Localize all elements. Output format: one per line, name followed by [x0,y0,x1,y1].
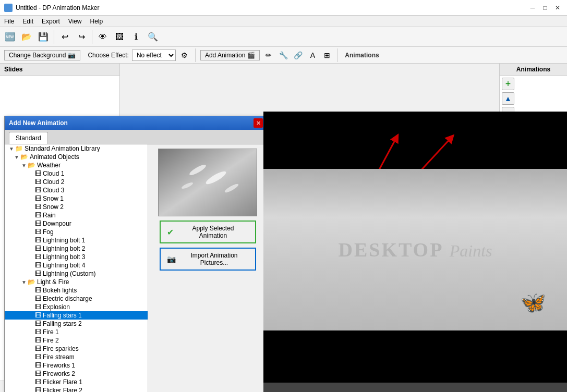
dialog-title: Add New Animation [9,119,68,127]
tree-falling-stars-1[interactable]: 🎞Falling stars 1 [5,311,148,320]
root-expand-icon[interactable]: ▼ [8,146,15,152]
search-button[interactable]: 🔍 [145,29,161,45]
tree-lightning-1[interactable]: 🎞Lightning bolt 1 [5,236,148,244]
tree-fog[interactable]: 🎞Fog [5,228,148,236]
delete-anim-button[interactable]: ✕ [502,121,514,134]
fire-stream-icon: 🎞 [35,353,41,361]
snow1-icon: 🎞 [35,195,41,202]
animated-objects-folder-icon: 📂 [20,153,28,161]
electric-icon: 🎞 [35,295,41,302]
tree-falling-stars-2[interactable]: 🎞Falling stars 2 [5,320,148,328]
animated-objects-expand-icon[interactable]: ▼ [13,154,20,160]
dialog-content: ▼ 📁 Standard Animation Library ▼ 📂 Anima… [5,144,267,392]
tree-root[interactable]: ▼ 📁 Standard Animation Library [5,144,148,153]
tree-electric[interactable]: 🎞Electric discharge [5,295,148,303]
open-button[interactable]: 📂 [19,29,34,45]
fire1-icon: 🎞 [35,328,41,336]
title-bar: Untitled - DP Animation Maker ─ □ ✕ [0,0,567,16]
close-button[interactable]: ✕ [552,3,563,13]
save-button[interactable]: 💾 [35,29,51,45]
flicker-flare2-icon: 🎞 [35,387,41,392]
tree-fire-2[interactable]: 🎞Fire 2 [5,336,148,345]
minimize-button[interactable]: ─ [527,3,538,13]
tree-flicker-flare-2[interactable]: 🎞Flicker Flare 2 [5,386,148,392]
import-animation-button[interactable]: 📷 Import Animation Pictures... [160,248,256,271]
toolbar-separator-2 [92,30,92,44]
tree-bokeh[interactable]: 🎞Bokeh lights [5,286,148,295]
tree-snow-2[interactable]: 🎞Snow 2 [5,203,148,211]
animation-list-box [504,140,563,388]
grid-icon[interactable]: ⊞ [321,50,333,61]
image-button[interactable]: 🖼 [112,29,127,45]
info-button[interactable]: ℹ [128,29,144,45]
downpour-icon: 🎞 [35,220,41,227]
font-icon[interactable]: A [307,50,318,61]
dialog-close-button[interactable]: ✕ [254,118,263,128]
tree-cloud-3[interactable]: 🎞Cloud 3 [5,186,148,194]
apply-animation-label: Apply Selected Animation [178,225,249,239]
move-up-anim-button[interactable]: ▲ [502,92,514,105]
canvas-logo-italic: Paints [450,241,492,260]
tree-cloud-1[interactable]: 🎞Cloud 1 [5,169,148,178]
num-lock-indicator: NUM [549,383,563,390]
dialog-tabs: Standard [5,130,267,144]
tree-animated-objects[interactable]: ▼ 📂 Animated Objects [5,153,148,161]
tree-downpour[interactable]: 🎞Downpour [5,219,148,228]
tree-fire-sparkles[interactable]: 🎞Fire sparkles [5,345,148,353]
snow2-icon: 🎞 [35,203,41,211]
tree-explosion[interactable]: 🎞Explosion [5,303,148,311]
cloud1-icon: 🎞 [35,170,41,177]
weather-folder-icon: 📂 [28,162,35,169]
menu-file[interactable]: File [0,17,18,26]
tree-fire-stream[interactable]: 🎞Fire stream [5,353,148,361]
dialog-titlebar: Add New Animation ✕ [5,116,267,130]
tree-cloud-2[interactable]: 🎞Cloud 2 [5,178,148,186]
effect-select[interactable]: No effect Fade in Fade out Slide left Sl… [132,50,176,61]
apply-animation-button[interactable]: ✔ Apply Selected Animation [160,220,256,243]
tree-lightning-3[interactable]: 🎞Lightning bolt 3 [5,253,148,261]
tree-flicker-flare-1[interactable]: 🎞Flicker Flare 1 [5,378,148,386]
add-animation-button[interactable]: Add Animation 🎬 [200,50,260,60]
tree-lightning-custom[interactable]: 🎞Lightning (Custom) [5,270,148,278]
tree-rain[interactable]: 🎞Rain [5,211,148,219]
tab-standard[interactable]: Standard [9,132,48,144]
change-background-button[interactable]: Change Background 📷 [4,50,80,60]
main-layout: Slides Add New Animation ✕ Standard [0,64,567,392]
preview-button[interactable]: 👁 [95,29,111,45]
weather-expand-icon[interactable]: ▼ [20,163,28,168]
animation-preview [158,149,257,216]
pencil-icon[interactable]: ✏ [263,50,274,61]
effect-settings-icon[interactable]: ⚙ [179,50,190,61]
erase-icon[interactable]: 🔧 [278,50,289,61]
menu-edit[interactable]: Edit [18,17,38,26]
tree-snow-1[interactable]: 🎞Snow 1 [5,194,148,203]
canvas-logo-container: DESKTOP Paints [338,238,492,261]
fire2-icon: 🎞 [35,337,41,344]
tree-panel: ▼ 📁 Standard Animation Library ▼ 📂 Anima… [5,144,148,392]
undo-button[interactable]: ↩ [57,29,73,45]
tree-lightning-4[interactable]: 🎞Lightning bolt 4 [5,261,148,270]
tree-fireworks-2[interactable]: 🎞Fireworks 2 [5,370,148,378]
menu-help[interactable]: Help [86,17,107,26]
tree-scroll[interactable]: ▼ 📁 Standard Animation Library ▼ 📂 Anima… [5,144,148,392]
animations-section-label: Animations [343,52,381,59]
tree-fireworks-1[interactable]: 🎞Fireworks 1 [5,361,148,370]
tree-weather[interactable]: ▼ 📂 Weather [5,161,148,169]
redo-button[interactable]: ↪ [74,29,89,45]
new-button[interactable]: 🆕 [2,29,18,45]
falling-stars2-icon: 🎞 [35,320,41,327]
text-icon[interactable]: 🔗 [292,50,304,61]
canvas-logo-text: DESKTOP [338,239,443,261]
secondary-toolbar: Change Background 📷 Choose Effect: No ef… [0,47,567,64]
move-down-anim-button[interactable]: ▼ [502,107,514,119]
menu-view[interactable]: View [64,17,86,26]
menu-export[interactable]: Export [38,17,64,26]
add-animation-anim-button[interactable]: + [502,78,514,90]
animations-panel: Animations + ▲ ▼ ✕ [499,64,567,392]
tree-fire-1[interactable]: 🎞Fire 1 [5,328,148,336]
tree-lightning-2[interactable]: 🎞Lightning bolt 2 [5,244,148,253]
tree-light-fire[interactable]: ▼ 📂 Light & Fire [5,278,148,286]
light-fire-expand-icon[interactable]: ▼ [20,279,28,285]
maximize-button[interactable]: □ [540,3,550,13]
secondary-sep-1 [195,48,196,62]
